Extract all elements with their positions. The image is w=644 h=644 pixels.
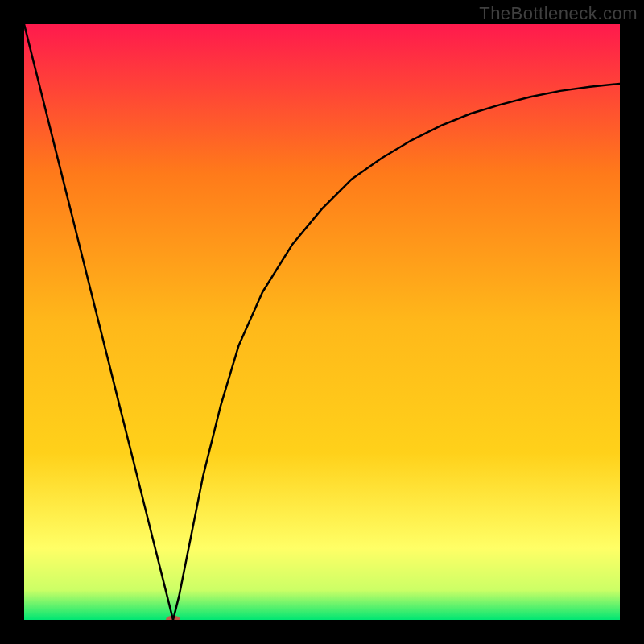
gradient-background <box>24 24 620 620</box>
watermark-text: TheBottleneck.com <box>479 3 638 24</box>
chart-svg <box>24 24 620 620</box>
plot-area <box>24 24 620 620</box>
chart-frame: TheBottleneck.com <box>0 0 644 644</box>
